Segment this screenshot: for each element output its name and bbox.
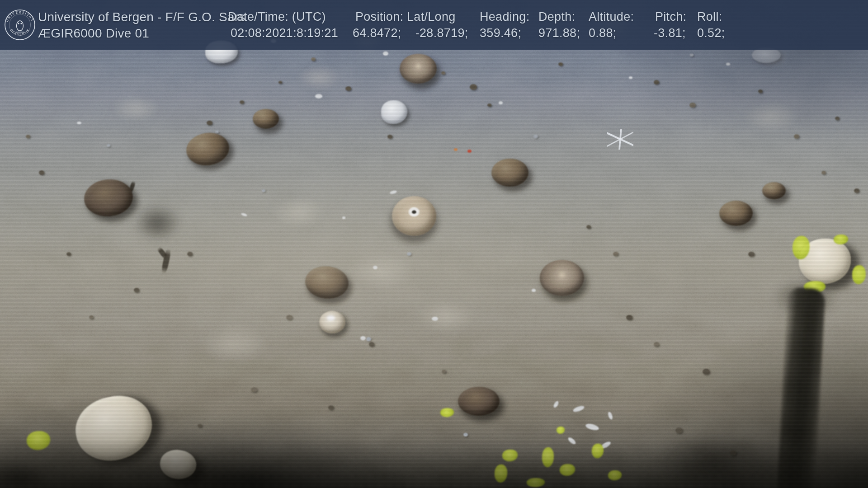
hud-field-label: Altitude: — [589, 10, 634, 24]
pebble — [198, 424, 202, 427]
owl-icon — [16, 21, 24, 32]
seafloor-nodule — [184, 130, 231, 169]
pebble — [654, 80, 659, 84]
university-of-bergen-seal-logo: UNIVERSITAS BERGENSIS — [4, 9, 36, 41]
pebble — [407, 252, 411, 256]
pebble — [441, 71, 445, 75]
brittle-star — [607, 129, 633, 150]
pebble — [821, 171, 826, 174]
seafloor-nodule — [83, 177, 135, 218]
algae-patch — [527, 478, 545, 487]
pebble — [586, 225, 591, 229]
white-speck — [241, 212, 247, 217]
pebble — [369, 342, 374, 347]
hud-field-label: Heading: — [480, 10, 529, 24]
pebble — [89, 315, 94, 319]
pebble — [748, 252, 755, 257]
sediment-light-patch — [744, 101, 798, 132]
pebble — [366, 337, 371, 341]
hud-field-value: 0.88; — [589, 26, 617, 40]
pebble — [262, 189, 265, 192]
algae-patch — [834, 235, 848, 244]
hud-field-value: 971.88; — [538, 26, 580, 40]
seafloor-scene — [0, 0, 868, 488]
algae-patch — [592, 444, 604, 458]
pebble — [240, 100, 244, 104]
seafloor-shadow — [0, 463, 50, 488]
pebble — [187, 252, 193, 256]
algae-patch — [560, 464, 575, 476]
white-speck — [342, 216, 345, 219]
pebble — [107, 144, 110, 147]
seafloor-nodule — [392, 196, 436, 236]
seafloor-nodule — [719, 201, 753, 226]
pebble — [278, 81, 282, 84]
nodule-center-dot — [412, 210, 417, 214]
algae-patch — [608, 470, 622, 480]
seafloor-nodule — [762, 182, 786, 199]
pebble — [328, 405, 334, 410]
organism-speck — [454, 148, 458, 151]
pebble — [613, 252, 618, 256]
sediment-light-patch — [416, 300, 475, 333]
sediment-light-patch — [346, 252, 414, 291]
hud-field-label: Roll: — [697, 10, 722, 24]
white-speck — [373, 266, 377, 269]
pebble — [311, 57, 316, 61]
pebble — [654, 342, 659, 347]
white-speck — [607, 411, 613, 420]
algae-patch — [852, 265, 866, 284]
pebble — [215, 131, 219, 133]
pebble — [39, 170, 44, 175]
white-speck — [726, 63, 730, 66]
white-speck — [77, 122, 81, 124]
pebble — [758, 89, 763, 93]
hud-field-value: 64.8472; -28.8719; — [353, 26, 468, 40]
pebble — [689, 103, 696, 108]
algae-patch — [495, 465, 507, 483]
white-speck — [389, 190, 397, 195]
sediment-light-patch — [271, 197, 326, 228]
hud-field-label: Date/Time: (UTC) — [228, 10, 326, 24]
seafloor-rock — [70, 389, 158, 467]
algae-patch — [542, 447, 554, 467]
algae-patch — [27, 431, 50, 450]
seafloor-nodule — [458, 387, 500, 416]
white-speck — [585, 422, 599, 431]
white-speck — [360, 336, 366, 340]
pebble — [463, 433, 468, 436]
white-speck — [499, 101, 503, 104]
manipulator-shadow — [777, 287, 826, 488]
pebble — [134, 288, 139, 292]
hud-field-value: 359.46; — [480, 26, 521, 40]
pebble — [251, 387, 257, 392]
seafloor-nodule — [491, 159, 528, 187]
pebble — [854, 188, 859, 193]
pebble — [690, 54, 693, 56]
white-speck — [629, 76, 632, 79]
algae-patch — [440, 408, 454, 417]
seafloor-nodule — [319, 311, 345, 333]
sediment-light-patch — [199, 323, 271, 364]
pebble — [387, 135, 392, 139]
white-speck — [567, 436, 576, 445]
seafloor-nodule — [253, 109, 279, 129]
seafloor-rock — [752, 47, 781, 63]
hud-title-line2: ÆGIR6000 Dive 01 — [38, 26, 149, 41]
seafloor-rock — [381, 100, 407, 124]
pebble — [207, 121, 212, 125]
algae-patch — [502, 450, 518, 461]
pebble — [558, 62, 563, 66]
white-speck — [383, 52, 388, 56]
rov-video-frame: UNIVERSITAS BERGENSIS University of Berg… — [0, 0, 868, 488]
pebble — [442, 370, 446, 373]
seafloor-nodule — [303, 264, 350, 301]
pebble — [26, 135, 30, 138]
seafloor-nodule — [540, 260, 584, 296]
pebble — [835, 117, 840, 120]
white-speck — [553, 400, 560, 408]
seafloor-shadow — [132, 203, 182, 242]
seafloor-nodule — [400, 54, 437, 84]
hud-field-label: Position: Lat/Long — [355, 10, 456, 24]
algae-patch — [557, 427, 565, 434]
